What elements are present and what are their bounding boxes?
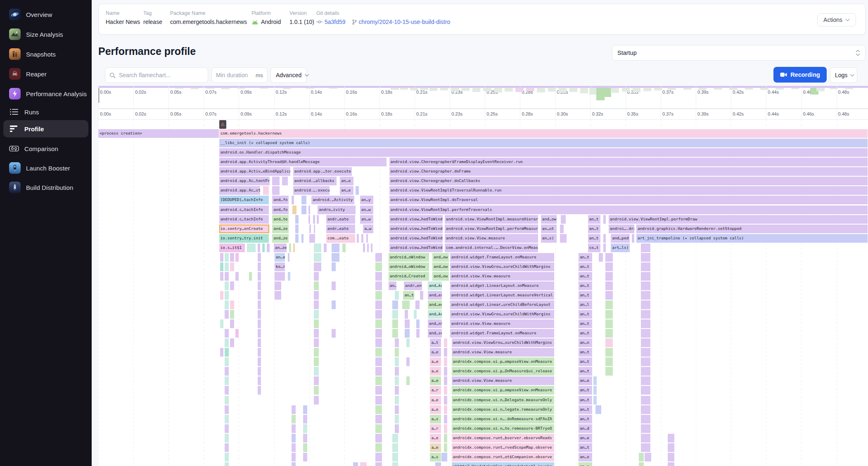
flame-frame[interactable]	[258, 367, 261, 376]
flame-frame[interactable]: android…oWindow	[389, 253, 429, 262]
flame-frame[interactable]	[314, 396, 319, 404]
flame-frame[interactable]: an…t	[579, 291, 593, 300]
flame-frame[interactable]	[225, 281, 229, 290]
flame-frame[interactable]	[420, 291, 424, 300]
flame-frame[interactable]: androidx.compose.ui.n…legate.remeasureOn…	[452, 405, 555, 414]
flame-frame[interactable]	[605, 300, 613, 309]
flame-frame[interactable]: android.os.Handler.dispatchMessage	[219, 148, 868, 157]
flame-frame[interactable]: androidx.compose.runt…ot$Companion.obser…	[452, 453, 555, 461]
flame-frame[interactable]	[258, 357, 261, 366]
flame-frame[interactable]	[593, 396, 597, 404]
flame-frame[interactable]	[405, 319, 410, 328]
flame-frame[interactable]	[225, 415, 229, 423]
flame-frame[interactable]	[225, 462, 229, 466]
flame-frame[interactable]	[605, 263, 613, 271]
flame-frame[interactable]: and…nt	[428, 319, 442, 328]
flame-frame[interactable]	[230, 263, 235, 271]
flame-frame[interactable]	[641, 291, 651, 300]
flame-frame[interactable]: andr…eate	[326, 215, 356, 224]
flame-frame[interactable]	[225, 300, 229, 309]
sidebar-item-runs[interactable]: Runs	[3, 103, 88, 121]
flame-frame[interactable]	[247, 244, 256, 252]
flame-frame[interactable]: an…y	[360, 196, 374, 204]
flame-frame[interactable]	[314, 300, 319, 309]
flame-frame[interactable]: a…e	[430, 396, 441, 404]
flame-frame[interactable]	[303, 443, 308, 452]
flame-frame[interactable]: io.sentry…try.init	[219, 234, 269, 243]
flame-frame[interactable]	[295, 234, 299, 243]
flame-frame[interactable]: andro…ivity	[318, 206, 356, 214]
flame-frame[interactable]	[292, 443, 296, 452]
flame-frame[interactable]	[375, 462, 382, 466]
flame-frame[interactable]	[258, 310, 261, 319]
flame-frame[interactable]	[444, 386, 448, 395]
flame-frame[interactable]: io.s…it$1	[219, 244, 245, 252]
flame-frame[interactable]	[641, 263, 651, 271]
flame-frame[interactable]	[641, 386, 651, 395]
flame-frame[interactable]	[375, 300, 382, 309]
flame-frame[interactable]	[314, 244, 322, 252]
flame-frame[interactable]	[392, 443, 398, 452]
flame-frame[interactable]	[258, 319, 261, 328]
flame-frame[interactable]: android.graphics.HardwareRenderer.setSto…	[636, 225, 868, 233]
flame-frame[interactable]	[258, 253, 261, 262]
flame-frame[interactable]: an…t	[579, 396, 593, 404]
warning-icon[interactable]: ⚠	[219, 120, 226, 129]
flame-frame[interactable]	[303, 434, 308, 442]
flame-frame[interactable]: android…Created	[389, 272, 429, 281]
flame-frame[interactable]	[593, 376, 597, 385]
flame-frame[interactable]	[416, 319, 420, 328]
flame-frame[interactable]: android.view.ViewRootImpl.doTraversal	[389, 196, 868, 204]
flame-frame[interactable]	[402, 300, 410, 309]
flame-frame[interactable]	[314, 386, 319, 395]
flame-frame[interactable]: an…o	[579, 453, 593, 461]
flame-frame[interactable]	[406, 376, 410, 385]
flame-frame[interactable]	[230, 300, 235, 309]
flame-frame[interactable]	[220, 348, 224, 357]
flame-frame[interactable]: an…t	[588, 234, 601, 243]
flame-frame[interactable]	[645, 453, 652, 461]
flame-frame[interactable]	[375, 357, 382, 366]
flame-frame[interactable]: an…t	[579, 319, 593, 328]
flame-frame[interactable]	[313, 215, 315, 224]
flame-frame[interactable]	[293, 244, 296, 252]
flame-frame[interactable]: com.android.internal.….DecorView.onMeasu…	[445, 244, 538, 252]
sidebar-item-snapshots[interactable]: Snapshots	[3, 45, 88, 63]
flame-frame[interactable]	[342, 244, 346, 252]
flame-frame[interactable]	[225, 376, 229, 385]
flame-frame[interactable]	[292, 415, 296, 423]
flame-frame[interactable]	[668, 453, 675, 461]
sidebar-item-launch-booster[interactable]: Launch Booster	[3, 159, 88, 177]
flame-frame[interactable]: androi….draw	[609, 225, 635, 233]
flame-frame[interactable]	[220, 291, 224, 300]
flame-frame[interactable]	[258, 348, 261, 357]
sidebar-item-overview[interactable]: Overview	[3, 6, 88, 23]
flame-frame[interactable]	[392, 329, 398, 338]
flame-frame[interactable]: co…t	[588, 244, 601, 252]
flame-frame[interactable]: android.…Activity	[311, 196, 354, 204]
flame-frame[interactable]	[641, 348, 651, 357]
flame-frame[interactable]: an…t	[579, 329, 593, 338]
flame-frame[interactable]	[225, 329, 229, 338]
flame-frame[interactable]	[375, 367, 382, 376]
flame-frame[interactable]	[272, 177, 280, 185]
flame-frame[interactable]	[375, 386, 382, 395]
flame-frame[interactable]	[560, 234, 567, 243]
flame-frame[interactable]	[258, 329, 261, 338]
flame-frame[interactable]: android.widget.LinearLayout.measureVerti…	[450, 291, 555, 300]
sidebar-item-performance-analysis[interactable]: Performance Analysis	[3, 85, 88, 102]
flame-frame[interactable]	[314, 225, 315, 233]
flame-frame[interactable]: andr…eate	[326, 225, 356, 233]
flame-frame[interactable]: android.app.Activ…eBindApplication	[219, 167, 291, 176]
flame-frame[interactable]	[249, 272, 252, 281]
flame-frame[interactable]	[225, 357, 229, 366]
actions-button[interactable]: Actions	[817, 13, 856, 26]
flame-frame[interactable]: an…w	[360, 215, 374, 224]
flame-frame[interactable]	[258, 263, 261, 271]
flame-frame[interactable]	[605, 253, 613, 262]
flame-frame[interactable]: androidx.compose.ui.n…Delegate.measureOn…	[452, 396, 555, 404]
sidebar-item-reaper[interactable]: ☠Reaper	[3, 65, 88, 83]
flame-frame[interactable]	[603, 234, 606, 243]
flame-frame[interactable]	[392, 319, 398, 328]
flame-frame[interactable]	[415, 300, 420, 309]
